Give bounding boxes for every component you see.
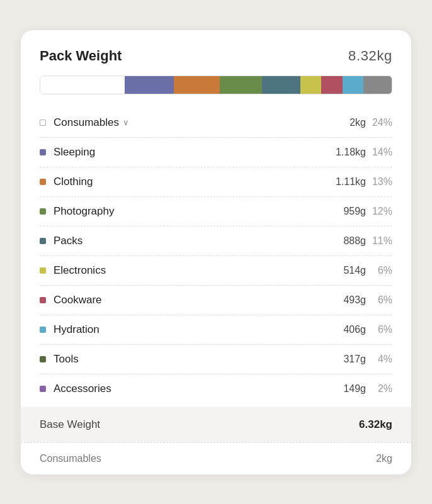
category-color-dot [40, 356, 46, 362]
bar-segment [363, 76, 392, 94]
category-color-dot [40, 297, 46, 303]
category-weight: 406g [322, 324, 366, 335]
bar-segment [262, 76, 300, 94]
list-item: Packs888g11% [40, 227, 392, 256]
category-name: Hydration [54, 323, 322, 336]
list-item: Tools317g4% [40, 345, 392, 374]
category-weight: 317g [322, 354, 366, 365]
category-color-dot [40, 179, 46, 185]
category-percent: 24% [366, 117, 392, 128]
category-weight: 2kg [322, 117, 366, 128]
bar-segment [220, 76, 262, 94]
bar-segment [40, 76, 125, 94]
category-weight: 1.18kg [322, 147, 366, 158]
category-color-dot [40, 327, 46, 333]
list-item: Hydration406g6% [40, 315, 392, 345]
base-weight-footer: Base Weight 6.32kg [21, 407, 411, 442]
category-color-dot [40, 238, 46, 244]
category-percent: 11% [366, 235, 392, 247]
category-name: Electronics [54, 264, 322, 277]
pack-weight-card: Pack Weight 8.32kg Consumables∨2kg24%Sle… [21, 30, 411, 474]
category-name: Consumables∨ [54, 116, 322, 129]
base-weight-value: 6.32kg [359, 418, 392, 431]
category-name: Clothing [54, 176, 322, 188]
category-percent: 6% [366, 324, 392, 335]
category-name: Sleeping [54, 146, 322, 159]
category-color-dot [40, 149, 46, 155]
total-weight: 8.32kg [348, 48, 392, 64]
category-name: Cookware [54, 294, 322, 306]
consumables-footer-value: 2kg [376, 453, 392, 464]
category-percent: 6% [366, 294, 392, 306]
chevron-down-icon: ∨ [123, 118, 129, 127]
category-weight: 888g [322, 235, 366, 247]
category-percent: 4% [366, 354, 392, 365]
category-weight: 959g [322, 206, 366, 217]
category-weight: 514g [322, 265, 366, 276]
category-list: Consumables∨2kg24%Sleeping1.18kg14%Cloth… [40, 108, 392, 403]
category-percent: 14% [366, 147, 392, 158]
list-item: Sleeping1.18kg14% [40, 138, 392, 167]
base-weight-label: Base Weight [40, 418, 100, 431]
bar-segment [174, 76, 220, 94]
category-name: Accessories [54, 383, 322, 395]
category-color-dot [40, 267, 46, 274]
list-item: Accessories149g2% [40, 374, 392, 403]
category-percent: 12% [366, 206, 392, 217]
list-item: Photography959g12% [40, 197, 392, 227]
category-weight: 149g [322, 383, 366, 395]
category-weight: 493g [322, 294, 366, 306]
card-header: Pack Weight 8.32kg [40, 48, 392, 64]
category-name: Packs [54, 235, 322, 247]
bar-segment [300, 76, 321, 94]
category-weight: 1.11kg [322, 176, 366, 188]
category-color-dot [40, 120, 46, 126]
bar-segment [321, 76, 342, 94]
category-name: Tools [54, 353, 322, 366]
bar-segment [343, 76, 363, 94]
category-color-dot [40, 386, 46, 392]
list-item: Clothing1.11kg13% [40, 167, 392, 197]
card-title: Pack Weight [40, 48, 122, 64]
category-percent: 6% [366, 265, 392, 276]
consumables-footer-label: Consumables [40, 453, 101, 464]
category-percent: 2% [366, 383, 392, 395]
list-item: Cookware493g6% [40, 286, 392, 315]
category-percent: 13% [366, 176, 392, 188]
bar-segment [125, 76, 174, 94]
list-item[interactable]: Consumables∨2kg24% [40, 108, 392, 138]
category-color-dot [40, 208, 46, 215]
list-item: Electronics514g6% [40, 256, 392, 286]
consumables-footer: Consumables 2kg [21, 442, 411, 474]
category-name: Photography [54, 205, 322, 218]
stacked-bar-chart [40, 76, 392, 94]
